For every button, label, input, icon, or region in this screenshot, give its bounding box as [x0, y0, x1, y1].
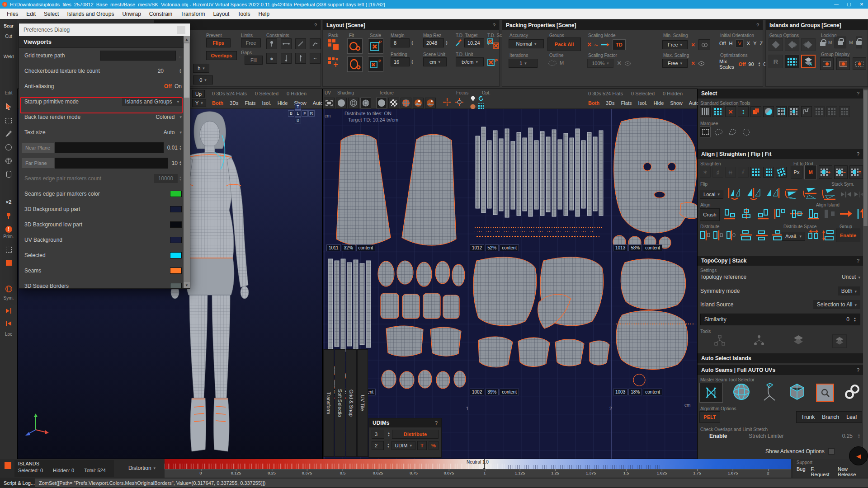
straighten-grid-icon[interactable] — [750, 167, 761, 178]
edge-loop-select-icon[interactable] — [700, 106, 711, 117]
aa-off-toggle[interactable]: Off — [164, 83, 172, 89]
move-select-icon[interactable]: ↕ — [738, 106, 749, 117]
similarity-row[interactable]: Similarity 0▲▼ — [700, 314, 860, 325]
half-select-icon[interactable] — [763, 106, 774, 117]
flip-h-right-icon[interactable] — [765, 187, 780, 202]
min-scaling-clear-icon[interactable]: × — [691, 42, 695, 48]
eyedropper-icon[interactable] — [455, 39, 463, 47]
sym-right-icon[interactable] — [3, 305, 14, 316]
udims-count-u[interactable]: 3 — [372, 430, 384, 439]
uv-mode-isol[interactable]: Isol. — [638, 100, 647, 106]
flip-v-bottom-icon[interactable] — [822, 187, 837, 202]
fit-grid-plus-icon[interactable]: + — [819, 165, 832, 179]
group-grid-icon[interactable] — [785, 55, 799, 68]
layout-help-icon[interactable]: ? — [493, 23, 495, 28]
bg-up-swatch[interactable] — [170, 206, 182, 212]
uv-background-swatch[interactable] — [170, 237, 182, 243]
up-button[interactable]: Up — [192, 90, 205, 98]
uv-mode-flats[interactable]: Flats — [621, 100, 632, 106]
menu-unwrap[interactable]: Unwrap — [118, 9, 145, 19]
far-plane-slider[interactable] — [55, 158, 168, 169]
focus-selection-icon[interactable] — [442, 97, 453, 109]
packing-help-icon[interactable]: ? — [756, 23, 759, 28]
pack-all-button[interactable]: Pack All — [547, 38, 581, 51]
scaling-none-icon[interactable]: × — [587, 41, 591, 48]
scaling-factor-dropdown[interactable]: 100% — [587, 59, 613, 68]
straighten-grid2-icon[interactable] — [763, 167, 774, 178]
lock-partial-icon[interactable] — [856, 37, 862, 48]
seam-organic-icon[interactable] — [760, 382, 778, 403]
lattice-sphere-tool-icon[interactable] — [3, 155, 14, 166]
sphere-tool-icon[interactable] — [3, 142, 14, 153]
group-stack3-icon[interactable] — [801, 38, 816, 51]
fit-grid-minus-icon[interactable]: − — [834, 165, 848, 179]
texture-image-icon[interactable] — [413, 98, 424, 108]
accuracy-dropdown[interactable]: Normal — [509, 39, 544, 48]
margin-field[interactable]: 8▲▼ — [391, 38, 414, 47]
marquee-circle-icon[interactable] — [741, 127, 751, 137]
udims-help-icon[interactable]: ? — [435, 420, 438, 426]
menu-help[interactable]: Help — [254, 9, 274, 19]
free-button[interactable]: Free — [241, 38, 261, 47]
orient-off[interactable]: Off — [719, 41, 726, 46]
dialog-scrollbar[interactable]: ▲ ▼ — [184, 36, 190, 288]
text-size-dropdown[interactable]: Auto — [164, 129, 182, 136]
distortion-dropdown[interactable]: Distortion — [121, 464, 163, 473]
minimize-button[interactable]: — — [830, 0, 843, 9]
stack-icon[interactable] — [792, 334, 805, 348]
td-scale-alt-button[interactable]: P — [487, 57, 499, 71]
far-plane-value[interactable]: 10 — [172, 160, 178, 166]
max-scaling-eye-icon[interactable] — [698, 61, 704, 66]
texture-image2-icon[interactable] — [425, 98, 436, 108]
topocopy-help-icon[interactable]: ? — [857, 258, 859, 263]
max-scaling-clear-icon[interactable]: × — [691, 60, 695, 66]
straighten-v-icon[interactable]: ⧺ — [725, 167, 736, 178]
browse-button[interactable]: .. — [179, 52, 182, 59]
faint-grid3-icon[interactable] — [839, 106, 850, 117]
group-stack2-icon[interactable] — [785, 38, 799, 51]
iterations-dropdown[interactable]: 1 — [509, 59, 538, 68]
tab-uv-tile[interactable]: UV Tile — [357, 349, 368, 457]
dist-stack1-icon[interactable] — [739, 230, 753, 243]
auto-select-title[interactable]: Auto Select Islands — [701, 355, 751, 361]
align-help-icon[interactable]: ? — [857, 151, 859, 157]
uv-mode-hide[interactable]: Hide — [654, 100, 664, 106]
selected-color-swatch[interactable] — [170, 252, 182, 258]
trunk-button[interactable]: Trunk — [801, 414, 815, 420]
axis-dropdown[interactable]: Y — [192, 99, 206, 107]
zero-dropdown[interactable]: 0 — [193, 75, 213, 84]
h-dropdown[interactable]: h — [193, 64, 209, 73]
fit-grid-eq-icon[interactable]: = — [849, 165, 863, 179]
stack-boxed-icon[interactable] — [832, 334, 847, 348]
far-plane-chip[interactable]: Far Plane — [22, 158, 54, 168]
align-left-icon[interactable] — [723, 208, 736, 221]
leaf-button[interactable]: Leaf — [846, 414, 857, 420]
marquee-rect-icon[interactable] — [700, 127, 711, 137]
support-bug-link[interactable]: Bug — [797, 466, 806, 477]
lock-m1-label[interactable]: M — [828, 40, 832, 45]
pack-alt-button[interactable] — [327, 56, 340, 71]
udims-t-button[interactable]: T — [417, 441, 427, 450]
island-select-icon[interactable] — [712, 106, 723, 117]
dist-right-icon[interactable] — [726, 230, 737, 243]
flip-v-center-icon[interactable] — [803, 187, 818, 202]
orient-y[interactable]: Y — [753, 41, 756, 46]
align-center-h-icon[interactable] — [740, 208, 753, 221]
viewport-uv[interactable]: UV Shading Texture Focus Opt. 0 3Ds — [322, 89, 698, 459]
udims-count-v[interactable]: 2 — [372, 441, 384, 450]
support-release-link[interactable]: New Release — [838, 466, 864, 477]
edge-constraint-icon[interactable] — [281, 38, 292, 49]
near-plane-value[interactable]: 0.01 — [167, 145, 178, 151]
menu-tools[interactable]: Tools — [233, 9, 254, 19]
mode-isol[interactable]: Isol. — [262, 100, 271, 106]
checkerboard-count-value[interactable]: 20 — [158, 68, 164, 74]
scaling-factor-clear-icon[interactable]: × — [617, 59, 621, 67]
overlap-select-icon[interactable] — [750, 106, 761, 117]
menu-files[interactable]: Files — [3, 9, 22, 19]
texture-none-icon[interactable] — [376, 98, 387, 108]
fit-button[interactable] — [347, 38, 363, 54]
align-top-icon[interactable] — [773, 208, 787, 221]
angle-constraint-icon[interactable] — [310, 38, 321, 49]
orient-z[interactable]: Z — [760, 41, 763, 46]
show-advanced-checkbox[interactable] — [828, 448, 835, 455]
